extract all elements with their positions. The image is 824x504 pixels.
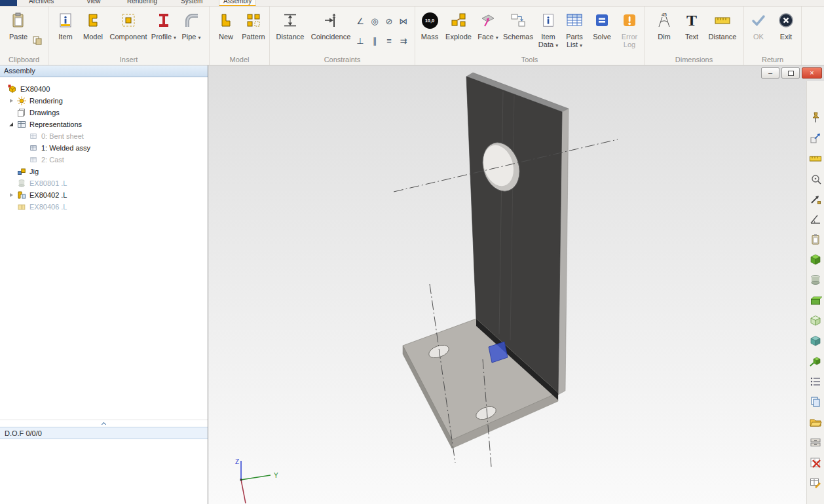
paste-button[interactable]: Paste	[4, 9, 33, 41]
model-pattern-label: Pattern	[238, 33, 269, 41]
minimize-button[interactable]: –	[761, 67, 779, 79]
perpendicular-constraint-button[interactable]: ⊥	[354, 34, 367, 47]
tab-view[interactable]: View	[83, 0, 105, 7]
collapse-arrow-icon[interactable]	[7, 122, 16, 126]
parallel-constraint-button[interactable]: ∥	[368, 34, 381, 47]
constraint-distance-button[interactable]: Distance	[272, 9, 308, 41]
tree-item-rep-welded-assy[interactable]: 1: Welded assy	[0, 142, 208, 154]
drawer-tool[interactable]	[807, 432, 824, 452]
parts-list-button[interactable]: Parts List ▾	[562, 9, 587, 50]
move-tool[interactable]	[807, 189, 824, 209]
dim-label: Dim	[651, 33, 677, 41]
delete-red-icon	[809, 456, 822, 469]
insert-item-button[interactable]: Item	[54, 9, 77, 41]
tree-item-drawings[interactable]: Drawings	[0, 107, 208, 118]
insert-component-button[interactable]: Component	[106, 9, 151, 41]
dim-distance-button[interactable]: Distance	[705, 9, 740, 41]
tab-archives[interactable]: Archives	[25, 0, 58, 7]
equal-constraint-button[interactable]: ≡	[383, 34, 396, 47]
tab-assembly[interactable]: Assembly	[219, 0, 256, 7]
cube-section-tool[interactable]	[807, 331, 824, 351]
pin-icon	[809, 111, 822, 124]
solid-cube-tool[interactable]	[807, 249, 824, 270]
insert-model-button[interactable]: Model	[80, 9, 106, 41]
tree-item-rep-bent-sheet[interactable]: 0: Bent sheet	[0, 130, 208, 142]
close-button[interactable]: ×	[802, 67, 822, 79]
z-axis-label: Z	[235, 458, 239, 465]
exit-button[interactable]: Exit	[774, 9, 798, 41]
expand-arrow-icon[interactable]	[7, 193, 16, 197]
text-icon: T	[679, 9, 705, 32]
tree-item-ex80402[interactable]: EX80402 .L	[0, 189, 208, 201]
face-button[interactable]: Face ▾	[476, 9, 500, 42]
tangent-constraint-button[interactable]: ⊘	[383, 14, 396, 27]
equal-distance-constraint-button[interactable]: ⇉	[397, 34, 410, 47]
tab-rendering[interactable]: Rendering	[123, 0, 161, 7]
schemas-button[interactable]: Schemas	[500, 9, 536, 41]
constraint-coincidence-button[interactable]: Coincidence	[309, 9, 352, 41]
angle-constraint-button[interactable]: ∠	[354, 14, 367, 27]
ok-button[interactable]: OK	[747, 9, 770, 41]
mass-button[interactable]: 10,0 Mass	[415, 9, 444, 41]
representations-icon	[16, 120, 27, 129]
cube-outline-tool[interactable]	[807, 310, 824, 331]
exit-icon	[774, 9, 798, 32]
tab-system[interactable]: System	[177, 0, 206, 7]
tree-item-ex80801[interactable]: EX80801 .L	[0, 177, 208, 189]
copy-tool[interactable]	[807, 391, 824, 412]
tree-item-representations[interactable]: Representations	[0, 118, 208, 130]
copy-icon	[809, 395, 822, 408]
orientation-tool[interactable]	[807, 128, 824, 148]
symmetry-constraint-button[interactable]: ⋈	[397, 14, 410, 27]
ruler-icon	[705, 9, 740, 32]
exit-label: Exit	[774, 33, 798, 41]
edit-table-tool[interactable]	[807, 473, 824, 493]
error-log-label-1: Error	[616, 33, 643, 41]
tree-item-label: Jig	[29, 168, 39, 175]
cylinder-tool[interactable]	[807, 270, 824, 290]
schemas-icon	[500, 9, 536, 32]
insert-profile-button[interactable]: Profile ▾	[151, 9, 177, 42]
open-folder-tool[interactable]	[807, 412, 824, 432]
list-tool[interactable]	[807, 371, 824, 391]
insert-item-label: Item	[54, 33, 77, 41]
dim-button[interactable]: 45 Dim	[651, 9, 677, 41]
clipboard-tool[interactable]	[807, 229, 824, 249]
close-icon: ×	[810, 69, 814, 77]
3d-scene[interactable]: Z Y	[208, 65, 824, 504]
concentric-constraint-button[interactable]: ◎	[368, 14, 381, 27]
delete-tool[interactable]	[807, 452, 824, 473]
model-new-button[interactable]: New	[214, 9, 238, 41]
insert-pipe-button[interactable]: Pipe ▾	[179, 9, 203, 42]
text-button[interactable]: T Text	[679, 9, 705, 41]
snap-tool[interactable]	[807, 168, 824, 189]
tree-item-ex80406[interactable]: EX80406 .L	[0, 201, 208, 213]
error-log-button[interactable]: Error Log	[616, 9, 643, 48]
item-icon	[54, 9, 77, 32]
tree-item-rep-cast[interactable]: 2: Cast	[0, 154, 208, 166]
ruler-tool[interactable]	[807, 148, 824, 168]
tree-item-label: 0: Bent sheet	[41, 132, 84, 140]
constraint-distance-label: Distance	[272, 33, 308, 41]
panel-splitter[interactable]	[0, 420, 208, 427]
tree-item-rendering[interactable]: Rendering	[0, 95, 208, 107]
angle-tool[interactable]	[807, 209, 824, 229]
tree-item-jig[interactable]: Jig	[0, 166, 208, 177]
maximize-button[interactable]	[781, 67, 800, 79]
application-menu-button[interactable]	[0, 0, 17, 7]
pin-tool[interactable]	[807, 107, 824, 128]
paste-special-button[interactable]	[31, 34, 43, 46]
3d-viewport[interactable]: – ×	[208, 65, 824, 504]
block-tool[interactable]	[807, 290, 824, 310]
insert-component-label: Component	[106, 33, 151, 41]
tree-item-ex80400[interactable]: EX80400	[0, 83, 208, 95]
item-data-button[interactable]: Item Data ▾	[536, 9, 561, 50]
equal-constraint-icon: ≡	[386, 36, 392, 46]
component-icon	[106, 9, 151, 32]
expand-arrow-icon[interactable]	[7, 99, 16, 103]
explode-button[interactable]: Explode	[443, 9, 474, 41]
model-pattern-button[interactable]: Pattern	[238, 9, 269, 41]
insert-cube-tool[interactable]	[807, 351, 824, 371]
rendering-icon	[16, 96, 27, 105]
solve-button[interactable]: Solve	[588, 9, 616, 41]
